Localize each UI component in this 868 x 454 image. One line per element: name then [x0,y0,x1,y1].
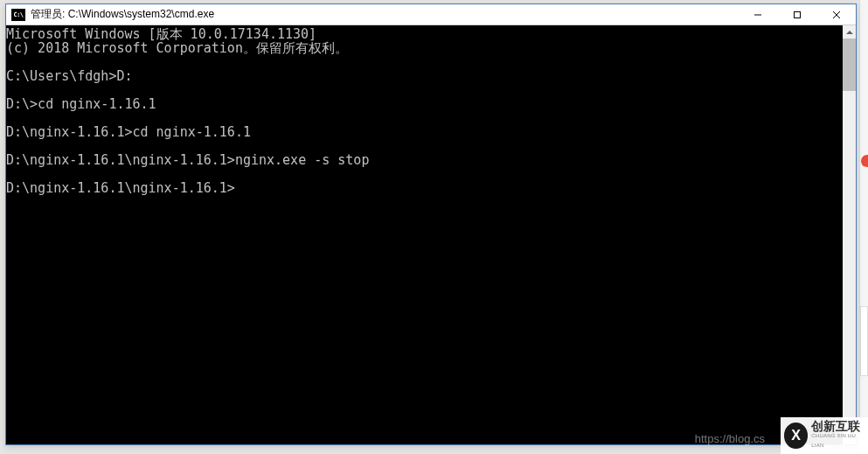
terminal-line: Microsoft Windows [版本 10.0.17134.1130] [6,27,843,41]
watermark-logo: X 创新互联 CHUANG XIN HU LIAN [781,417,868,454]
cmd-window: C:\ 管理员: C:\Windows\system32\cmd.exe Mic… [5,3,857,445]
terminal-line [6,139,843,153]
terminal-output: Microsoft Windows [版本 10.0.17134.1130](c… [6,25,843,444]
titlebar[interactable]: C:\ 管理员: C:\Windows\system32\cmd.exe [6,4,856,25]
bg-red-indicator [861,155,868,167]
terminal-area[interactable]: Microsoft Windows [版本 10.0.17134.1130](c… [6,25,856,444]
scroll-track[interactable] [843,38,856,431]
window-controls [738,4,856,24]
chevron-up-icon [846,31,853,34]
close-button[interactable] [816,4,856,24]
close-icon [832,10,841,19]
cmd-icon: C:\ [11,9,25,21]
minimize-button[interactable] [738,4,777,24]
bg-thumbnail [860,306,868,376]
terminal-line: D:\nginx-1.16.1\nginx-1.16.1>nginx.exe -… [6,153,843,167]
maximize-icon [793,10,802,19]
svg-rect-1 [794,11,800,17]
terminal-line [6,83,843,97]
vertical-scrollbar[interactable] [843,25,856,444]
page-background-strip: 9 [859,0,868,454]
terminal-line: D:\nginx-1.16.1>cd nginx-1.16.1 [6,125,843,139]
terminal-line: C:\Users\fdgh>D: [6,69,843,83]
minimize-icon [753,10,762,19]
maximize-button[interactable] [777,4,816,24]
terminal-line: D:\nginx-1.16.1\nginx-1.16.1> [6,181,843,195]
terminal-line: D:\>cd nginx-1.16.1 [6,97,843,111]
window-title: 管理员: C:\Windows\system32\cmd.exe [31,7,738,22]
terminal-line: (c) 2018 Microsoft Corporation。保留所有权利。 [6,41,843,55]
terminal-line [6,111,843,125]
terminal-line [6,55,843,69]
watermark-logo-text: 创新互联 CHUANG XIN HU LIAN [811,422,865,451]
scroll-up-button[interactable] [843,25,856,38]
terminal-line [6,167,843,181]
scroll-thumb[interactable] [843,38,856,91]
watermark-url: https://blog.cs [695,432,765,445]
watermark-logo-icon: X [784,423,808,449]
